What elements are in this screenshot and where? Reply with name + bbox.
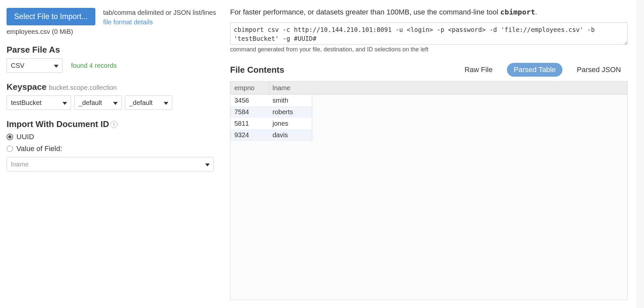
tab-parsed-table[interactable]: Parsed Table	[507, 63, 562, 77]
cell-lname: smith	[269, 95, 312, 106]
document-id-field-select[interactable]: lname	[7, 157, 214, 171]
column-header-lname[interactable]: lname	[269, 82, 312, 94]
radio-uuid-label: UUID	[16, 133, 34, 141]
cell-empno: 5811	[230, 118, 269, 129]
cell-empno: 9324	[230, 129, 269, 141]
radio-value-of-field-label: Value of Field:	[16, 144, 62, 153]
select-file-button[interactable]: Select File to Import...	[7, 8, 95, 25]
collection-select[interactable]: _default	[125, 95, 172, 110]
radio-uuid[interactable]	[7, 134, 13, 140]
table-row: 7584 roberts	[230, 106, 312, 118]
scope-select[interactable]: _default	[74, 95, 122, 110]
tab-parsed-json[interactable]: Parsed JSON	[570, 63, 628, 77]
table-row: 9324 davis	[230, 129, 312, 141]
cell-empno: 3456	[230, 95, 269, 106]
radio-value-of-field[interactable]	[7, 145, 13, 152]
vertical-scrollbar[interactable]	[637, 0, 644, 308]
parsed-table: empno lname 3456 smith 7584 roberts 5811…	[230, 81, 628, 300]
bucket-select[interactable]: testBucket	[7, 95, 71, 110]
file-contents-heading: File Contents	[230, 65, 284, 75]
column-header-empno[interactable]: empno	[230, 82, 269, 94]
info-icon[interactable]: i	[110, 121, 118, 128]
document-id-heading: Import With Document ID	[7, 119, 109, 129]
generated-command-textarea[interactable]	[230, 22, 628, 45]
cell-empno: 7584	[230, 106, 269, 118]
cell-lname: jones	[269, 118, 312, 129]
cell-lname: davis	[269, 129, 312, 141]
cbimport-code: cbimport	[500, 8, 535, 16]
cell-lname: roberts	[269, 106, 312, 118]
table-row: 3456 smith	[230, 95, 312, 106]
view-mode-tabs: Raw File Parsed Table Parsed JSON	[458, 63, 628, 77]
parse-file-as-heading: Parse File As	[7, 45, 224, 55]
table-row: 5811 jones	[230, 118, 312, 129]
performance-hint: For faster performance, or datasets grea…	[230, 8, 628, 16]
parse-format-select[interactable]: CSV	[7, 58, 62, 73]
file-format-details-link[interactable]: file format details	[103, 18, 153, 26]
table-header-row: empno lname	[230, 82, 627, 95]
keyspace-subtitle: bucket.scope.collection	[49, 84, 117, 91]
command-caption: command generated from your file, destin…	[230, 46, 628, 53]
file-type-hint: tab/comma delimited or JSON list/lines	[103, 8, 216, 17]
records-found-label: found 4 records	[71, 62, 117, 69]
preview-panel: For faster performance, or datasets grea…	[230, 0, 637, 308]
keyspace-heading: Keyspace bucket.scope.collection	[7, 82, 224, 92]
tab-raw-file[interactable]: Raw File	[458, 63, 499, 77]
import-config-panel: Select File to Import... tab/comma delim…	[0, 0, 230, 308]
selected-file-label: employees.csv (0 MiB)	[7, 28, 224, 36]
